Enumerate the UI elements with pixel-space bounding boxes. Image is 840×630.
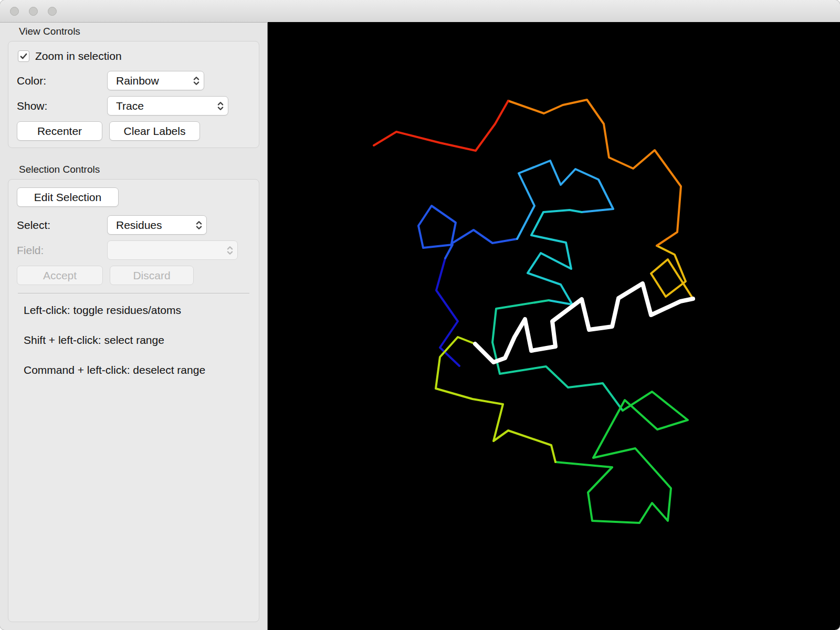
help-line-toggle: Left-click: toggle residues/atoms (24, 304, 250, 317)
chevron-up-down-icon (193, 75, 200, 87)
close-button[interactable] (10, 7, 19, 16)
titlebar (0, 0, 840, 23)
view-controls-title: View Controls (19, 26, 267, 37)
trace-segment-gold (651, 246, 693, 299)
color-dropdown[interactable]: Rainbow (107, 71, 204, 90)
sidebar: View Controls Zoom in selection Color: R… (0, 23, 268, 630)
zoom-selection-checkbox[interactable] (18, 50, 29, 62)
select-label: Select: (17, 219, 107, 232)
molecule-viewport[interactable] (268, 22, 840, 630)
chevron-up-down-icon (226, 245, 234, 256)
select-dropdown[interactable]: Residues (107, 215, 207, 235)
chevron-up-down-icon (195, 219, 203, 231)
trace-segment-orange (508, 100, 681, 246)
select-dropdown-value: Residues (116, 219, 162, 232)
select-row: Select: Residues (17, 215, 250, 235)
color-label: Color: (17, 75, 107, 87)
app-window: View Controls Zoom in selection Color: R… (0, 0, 840, 630)
trace-segment-green (555, 392, 688, 523)
chevron-up-down-icon (217, 100, 224, 112)
view-buttons-row: Recenter Clear Labels (17, 121, 250, 141)
zoom-window-button[interactable] (48, 7, 57, 16)
edit-selection-button[interactable]: Edit Selection (17, 187, 119, 207)
divider (18, 293, 249, 293)
accept-button[interactable]: Accept (17, 266, 103, 285)
field-dropdown[interactable] (107, 240, 238, 260)
color-row: Color: Rainbow (17, 71, 250, 90)
traffic-lights (0, 7, 57, 16)
show-row: Show: Trace (17, 96, 250, 116)
zoom-selection-row: Zoom in selection (18, 50, 250, 62)
trace-segment-light-blue (517, 161, 613, 239)
zoom-selection-label: Zoom in selection (35, 50, 122, 62)
help-line-deselect-range: Command + left-click: deselect range (24, 364, 250, 376)
field-label: Field: (17, 244, 107, 257)
trace-segment-dark-blue (436, 258, 459, 366)
show-label: Show: (17, 100, 107, 112)
color-dropdown-value: Rainbow (116, 75, 159, 87)
trace-segment-cyan (528, 210, 582, 304)
minimize-button[interactable] (29, 7, 38, 16)
help-line-select-range: Shift + left-click: select range (24, 334, 250, 346)
selection-controls-group: Edit Selection Select: Residues Field: (8, 179, 259, 622)
recenter-button[interactable]: Recenter (17, 121, 102, 141)
checkmark-icon (19, 52, 28, 60)
show-dropdown-value: Trace (116, 100, 144, 112)
field-row: Field: (17, 240, 250, 260)
edit-selection-row: Edit Selection (17, 187, 250, 207)
trace-segment-blue (418, 206, 517, 258)
clear-labels-button[interactable]: Clear Labels (109, 121, 200, 141)
discard-button[interactable]: Discard (110, 266, 194, 285)
show-dropdown[interactable]: Trace (107, 96, 228, 116)
accept-discard-row: Accept Discard (17, 266, 250, 285)
protein-trace (268, 22, 840, 630)
trace-segment-white-selection (475, 284, 693, 362)
view-controls-group: Zoom in selection Color: Rainbow Show: (8, 41, 259, 148)
selection-controls-title: Selection Controls (19, 164, 267, 175)
trace-segment-red (374, 101, 508, 151)
